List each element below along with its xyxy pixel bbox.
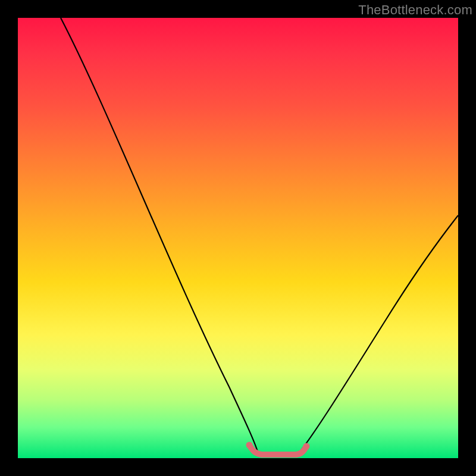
curve-left [61,18,258,453]
chart-frame: TheBottleneck.com [0,0,476,476]
marker-dot-right [303,443,310,450]
marker-band [249,445,306,455]
curve-right [299,215,458,453]
watermark-label: TheBottleneck.com [358,2,472,18]
curve-layer [18,18,458,458]
plot-area [18,18,458,458]
marker-dot-left [246,442,253,449]
